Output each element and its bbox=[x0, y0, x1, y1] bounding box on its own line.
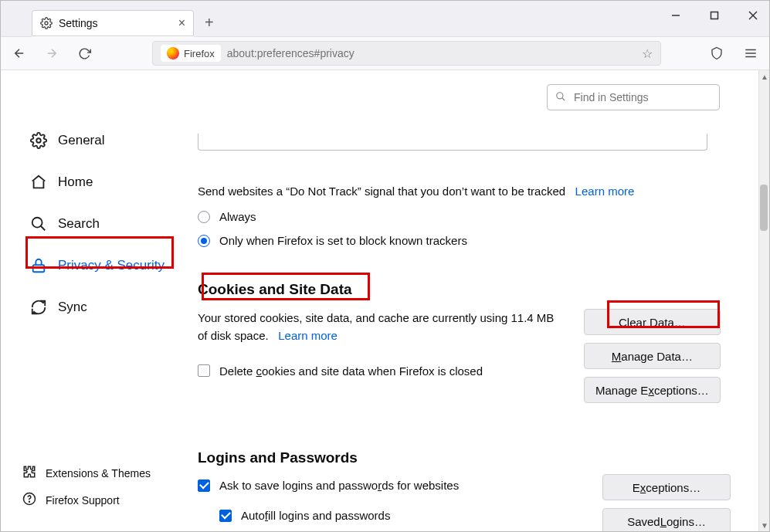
sidebar-extensions-link[interactable]: Extensions & Themes bbox=[22, 465, 182, 481]
search-icon bbox=[30, 215, 47, 232]
sidebar-item-label: Privacy & Security bbox=[58, 258, 165, 273]
search-icon bbox=[555, 91, 566, 104]
sidebar-item-sync[interactable]: Sync bbox=[22, 291, 182, 324]
dnt-learn-more-link[interactable]: Learn more bbox=[575, 185, 635, 198]
back-button[interactable] bbox=[8, 42, 30, 64]
ask-save-logins-row[interactable]: Ask to save logins and passwords for web… bbox=[198, 479, 579, 492]
puzzle-icon bbox=[22, 465, 36, 481]
manage-data-button[interactable]: Manage Data… bbox=[584, 343, 721, 369]
scroll-up-icon[interactable]: ▲ bbox=[761, 72, 768, 81]
radio-icon bbox=[198, 235, 210, 247]
svg-point-8 bbox=[36, 138, 41, 143]
tab-close-icon[interactable]: × bbox=[178, 17, 185, 29]
settings-content: Send websites a “Do Not Track” signal th… bbox=[182, 70, 769, 531]
dnt-option-known-trackers[interactable]: Only when Firefox is set to block known … bbox=[198, 234, 738, 247]
scroll-thumb[interactable] bbox=[760, 185, 768, 231]
autofill-logins-row[interactable]: Autofill logins and passwords bbox=[219, 509, 579, 522]
forward-button[interactable] bbox=[41, 42, 63, 64]
find-input[interactable] bbox=[572, 90, 711, 104]
dnt-section: Send websites a “Do Not Track” signal th… bbox=[198, 185, 738, 247]
sidebar-support-link[interactable]: Firefox Support bbox=[22, 492, 182, 508]
clear-data-button[interactable]: Clear Data… bbox=[584, 309, 721, 335]
svg-point-9 bbox=[32, 218, 42, 228]
tab-title: Settings bbox=[59, 17, 98, 29]
sidebar-item-home[interactable]: Home bbox=[22, 166, 182, 198]
logins-heading: Logins and Passwords bbox=[198, 449, 731, 466]
identity-pill[interactable]: Firefox bbox=[161, 45, 221, 62]
cookies-heading: Cookies and Site Data bbox=[198, 281, 731, 298]
sidebar-extensions-label: Extensions & Themes bbox=[46, 467, 151, 479]
sidebar-item-label: General bbox=[58, 133, 104, 148]
sidebar-item-label: Sync bbox=[58, 300, 87, 315]
logins-exceptions-button[interactable]: Exceptions… bbox=[602, 474, 731, 500]
sidebar-item-privacy[interactable]: Privacy & Security bbox=[22, 249, 182, 282]
svg-point-0 bbox=[45, 22, 48, 25]
sync-icon bbox=[30, 299, 47, 316]
svg-point-13 bbox=[29, 501, 30, 502]
content-scrollbar[interactable]: ▲ ▼ bbox=[758, 70, 769, 531]
help-icon bbox=[22, 492, 36, 508]
manage-exceptions-button[interactable]: Manage Exceptions… bbox=[584, 377, 721, 403]
saved-logins-button[interactable]: Saved Logins… bbox=[602, 508, 731, 531]
sidebar-item-general[interactable]: General bbox=[22, 124, 182, 157]
svg-line-15 bbox=[562, 97, 565, 100]
window-close-button[interactable] bbox=[741, 4, 765, 27]
sidebar-item-label: Search bbox=[58, 216, 100, 232]
window-maximize-button[interactable] bbox=[703, 4, 726, 27]
delete-on-close-row[interactable]: Delete cookies and site data when Firefo… bbox=[198, 362, 561, 380]
home-icon bbox=[30, 174, 47, 191]
svg-point-14 bbox=[557, 92, 563, 98]
sidebar-item-search[interactable]: Search bbox=[22, 208, 182, 240]
browser-tab[interactable]: Settings × bbox=[32, 10, 194, 36]
radio-icon bbox=[198, 211, 210, 223]
app-menu-button[interactable] bbox=[740, 42, 762, 64]
svg-rect-2 bbox=[711, 12, 718, 19]
svg-line-10 bbox=[41, 226, 46, 231]
pocket-icon[interactable] bbox=[706, 42, 728, 64]
identity-label: Firefox bbox=[184, 48, 215, 59]
bookmark-star-icon[interactable]: ☆ bbox=[642, 46, 653, 61]
lock-icon bbox=[30, 257, 47, 274]
find-in-settings[interactable] bbox=[547, 84, 720, 110]
checkbox-label: Ask to save logins and passwords for web… bbox=[219, 479, 459, 492]
address-text: about:preferences#privacy bbox=[227, 47, 354, 59]
checkbox-label: Autofill logins and passwords bbox=[241, 509, 390, 522]
svg-rect-11 bbox=[33, 265, 45, 272]
checkbox-icon bbox=[219, 510, 232, 522]
partial-field-top bbox=[198, 134, 707, 151]
url-bar[interactable]: Firefox about:preferences#privacy ☆ bbox=[152, 41, 661, 66]
sidebar-support-label: Firefox Support bbox=[46, 494, 120, 507]
firefox-logo-icon bbox=[167, 47, 179, 59]
settings-sidebar: General Home Search bbox=[1, 70, 182, 531]
gear-icon bbox=[40, 17, 53, 29]
gear-icon bbox=[30, 132, 47, 149]
scroll-down-icon[interactable]: ▼ bbox=[761, 520, 768, 530]
cookies-learn-more-link[interactable]: Learn more bbox=[278, 329, 338, 342]
window-minimize-button[interactable] bbox=[664, 4, 687, 27]
new-tab-button[interactable]: + bbox=[205, 15, 214, 30]
dnt-option-always[interactable]: Always bbox=[198, 210, 738, 223]
dnt-description: Send websites a “Do Not Track” signal th… bbox=[198, 185, 565, 198]
nav-toolbar: Firefox about:preferences#privacy ☆ bbox=[1, 36, 769, 70]
checkbox-icon bbox=[198, 364, 210, 377]
radio-label: Always bbox=[219, 210, 256, 223]
checkbox-label: Delete cookies and site data when Firefo… bbox=[219, 362, 483, 380]
reload-button[interactable] bbox=[73, 42, 95, 64]
sidebar-item-label: Home bbox=[58, 175, 93, 190]
titlebar: Settings × + bbox=[1, 1, 769, 36]
checkbox-icon bbox=[198, 479, 210, 492]
radio-label: Only when Firefox is set to block known … bbox=[219, 234, 467, 247]
cookies-usage-text: Your stored cookies, site data, and cach… bbox=[198, 311, 554, 342]
